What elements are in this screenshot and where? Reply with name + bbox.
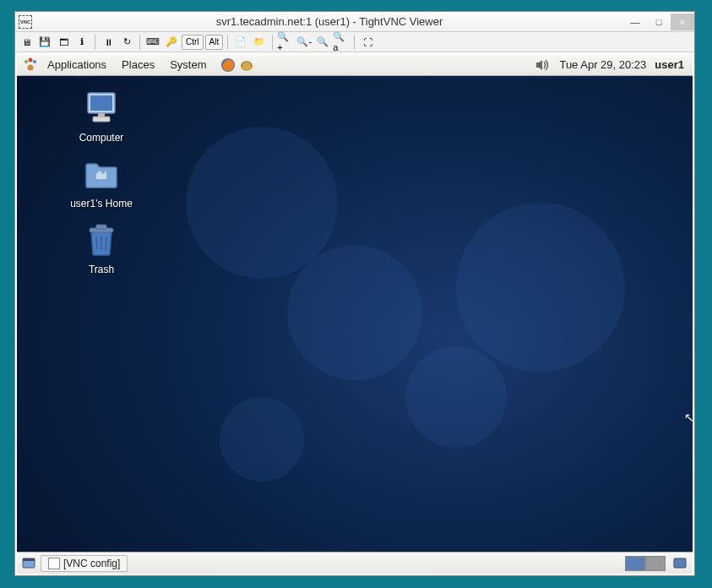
menu-system[interactable]: System [163, 57, 213, 73]
zoom-auto-icon[interactable]: 🔍a [332, 34, 351, 51]
svg-point-3 [28, 64, 34, 70]
ctrl-esc-icon[interactable]: 🔑 [162, 34, 181, 51]
workspace-1[interactable] [625, 556, 645, 571]
gnome-foot-icon[interactable] [22, 57, 39, 74]
minimize-button[interactable]: — [623, 14, 647, 30]
toolbar-separator [227, 35, 228, 50]
desktop-icon-label: Trash [51, 264, 152, 275]
copy-icon[interactable]: 📄 [231, 34, 250, 51]
options-icon[interactable]: 🗔 [54, 34, 73, 51]
zoom-in-icon[interactable]: 🔍+ [276, 34, 295, 51]
close-button[interactable]: × [671, 14, 694, 30]
refresh-icon[interactable]: ↻ [117, 34, 136, 51]
titlebar[interactable]: VNC svr1.tecadmin.net:1 (user1) - TightV… [15, 12, 694, 32]
window-title: svr1.tecadmin.net:1 (user1) - TightVNC V… [35, 15, 623, 28]
new-connection-icon[interactable]: 🖥 [17, 34, 35, 51]
vnc-viewer-window: VNC svr1.tecadmin.net:1 (user1) - TightV… [14, 11, 695, 576]
vnc-toolbar: 🖥💾🗔ℹ⏸↻⌨🔑CtrlAlt📄📁🔍+🔍-🔍🔍a⛶ [15, 32, 694, 52]
window-icon [48, 558, 60, 569]
wallpaper-bokeh [405, 346, 507, 448]
workspace-2[interactable] [645, 556, 666, 571]
desktop-area[interactable]: Computeruser1's HomeTrash ↖ [17, 76, 693, 552]
cad-icon[interactable]: ⌨ [144, 34, 162, 51]
folder-icon [81, 154, 122, 194]
volume-icon[interactable] [534, 57, 551, 74]
desktop-icon-trash[interactable]: Trash [51, 220, 152, 275]
firefox-icon[interactable] [220, 57, 236, 74]
task-vnc-config[interactable]: [VNC config] [41, 555, 128, 572]
svg-point-0 [24, 60, 28, 63]
pause-icon[interactable]: ⏸ [99, 34, 117, 51]
remote-viewport[interactable]: Applications Places System Tue Apr 29, 2… [17, 54, 693, 574]
zoom-100-icon[interactable]: 🔍 [313, 34, 332, 51]
svg-point-2 [33, 60, 36, 63]
svg-rect-9 [98, 113, 105, 117]
toolbar-separator [139, 35, 140, 50]
file-transfer-icon[interactable]: 📁 [250, 34, 269, 51]
svg-line-12 [96, 237, 97, 250]
clock[interactable]: Tue Apr 29, 20:23 [559, 58, 646, 71]
zoom-out-icon[interactable]: 🔍- [295, 34, 313, 51]
wallpaper-bokeh [186, 127, 338, 279]
cursor-icon: ↖ [684, 411, 693, 424]
maximize-button[interactable]: □ [647, 14, 671, 30]
svg-rect-11 [96, 225, 106, 229]
save-icon[interactable]: 💾 [35, 34, 54, 51]
alt-key[interactable]: Alt [205, 35, 224, 50]
wallpaper-bokeh [456, 203, 625, 372]
desktop-icon-home[interactable]: user1's Home [51, 154, 152, 210]
task-label: [VNC config] [63, 558, 120, 569]
info-icon[interactable]: ℹ [73, 34, 91, 51]
workspace-switcher[interactable] [625, 556, 666, 571]
menu-places[interactable]: Places [115, 57, 161, 73]
window-controls: — □ × [623, 12, 694, 31]
wallpaper-bokeh [220, 397, 304, 482]
svg-rect-17 [674, 558, 686, 568]
fullscreen-icon[interactable]: ⛶ [358, 34, 377, 51]
show-desktop-button[interactable] [20, 555, 37, 572]
desktop-icon-label: Computer [51, 132, 152, 144]
desktop-icon-label: user1's Home [51, 198, 152, 210]
svg-rect-16 [23, 558, 35, 561]
user-menu[interactable]: user1 [655, 58, 688, 71]
help-icon[interactable] [238, 57, 255, 74]
trash-icon [81, 220, 122, 260]
svg-line-14 [106, 237, 106, 250]
ctrl-key[interactable]: Ctrl [182, 35, 204, 50]
panel-left: Applications Places System [22, 57, 255, 74]
svg-rect-7 [90, 95, 112, 111]
menu-applications[interactable]: Applications [41, 57, 113, 73]
computer-icon [81, 88, 122, 128]
wallpaper-bokeh [287, 245, 422, 380]
svg-point-1 [29, 57, 33, 62]
gnome-top-panel[interactable]: Applications Places System Tue Apr 29, 2… [17, 54, 693, 76]
svg-rect-8 [93, 117, 110, 122]
trash-applet-icon[interactable] [671, 555, 689, 572]
app-icon: VNC [19, 15, 32, 29]
toolbar-separator [354, 35, 355, 50]
toolbar-separator [272, 35, 273, 50]
panel-right: Tue Apr 29, 20:23 user1 [534, 57, 688, 74]
toolbar-separator [95, 35, 95, 50]
desktop-icon-computer[interactable]: Computer [51, 88, 152, 144]
gnome-bottom-panel[interactable]: [VNC config] [17, 552, 693, 574]
